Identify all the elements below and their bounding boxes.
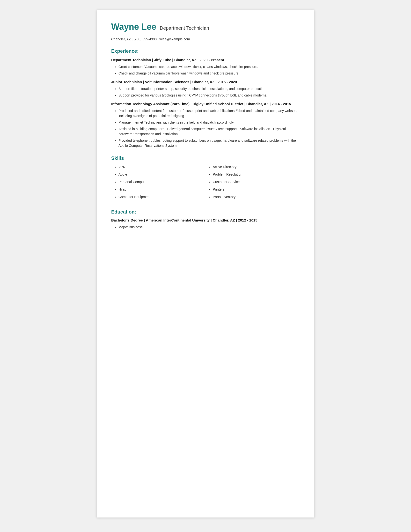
bullet-item: Support provided for various typologies … (119, 93, 300, 98)
skill-item: Personal Computers (119, 180, 206, 184)
skill-item: Printers (213, 187, 300, 192)
bullet-item: Produced and edited content for customer… (119, 108, 300, 118)
skill-item: Active Directory (213, 164, 300, 170)
candidate-job-title: Department Technician (160, 25, 209, 31)
bullet-item: Major: Business (119, 225, 300, 230)
skills-section-title: Skills (111, 155, 300, 161)
education-section-title: Education: (111, 209, 300, 215)
skill-item: Hvac (119, 187, 206, 192)
skill-item: VPN (119, 164, 206, 170)
bullet-item: Manage Internet Technicians with clients… (119, 120, 300, 125)
job-bullets-2: Support file restoration, printer setup,… (111, 86, 300, 98)
header-divider (111, 34, 300, 34)
edu-header-1: Bachelor's Degree | American InterContin… (111, 218, 300, 222)
skill-item: Apple (119, 172, 206, 177)
job-header-3: Information Technology Assistant (Part-T… (111, 102, 300, 106)
bullet-item: Provided telephone troubleshooting suppo… (119, 138, 300, 148)
skill-item: Computer Equipment (119, 194, 206, 200)
experience-section-title: Experience: (111, 48, 300, 54)
candidate-name: Wayne Lee (111, 22, 156, 32)
edu-bullets-1: Major: Business (111, 225, 300, 230)
resume-container: Wayne Lee Department Technician Chandler… (97, 10, 314, 517)
contact-info: Chandler, AZ | (760) 555-4393 | wlee@exa… (111, 37, 300, 41)
job-bullets-1: Greet customers,Vacuums car, replaces wi… (111, 64, 300, 76)
job-header-2: Junior Technician | Volt Information Sci… (111, 80, 300, 84)
skill-item: Parts Inventory (213, 194, 300, 200)
bullet-item: Support file restoration, printer setup,… (119, 86, 300, 91)
job-header-1: Department Technician | Jiffy Lube | Cha… (111, 58, 300, 62)
job-bullets-3: Produced and edited content for customer… (111, 108, 300, 148)
skills-grid: VPN Apple Personal Computers Hvac Comput… (111, 164, 300, 202)
skill-item: Problem Resolution (213, 172, 300, 177)
skills-right-col: Active Directory Problem Resolution Cust… (206, 164, 300, 202)
name-title-row: Wayne Lee Department Technician (111, 22, 300, 32)
skills-section: Skills VPN Apple Personal Computers Hvac… (111, 155, 300, 202)
skill-item: Customer Service (213, 180, 300, 184)
bullet-item: Check and change oil vacumm car floors w… (119, 71, 300, 76)
skills-left-col: VPN Apple Personal Computers Hvac Comput… (111, 164, 206, 202)
education-section: Education: Bachelor's Degree | American … (111, 209, 300, 230)
header-section: Wayne Lee Department Technician Chandler… (111, 22, 300, 41)
bullet-item: Greet customers,Vacuums car, replaces wi… (119, 64, 300, 69)
experience-section: Experience: Department Technician | Jiff… (111, 48, 300, 148)
bullet-item: Assisted in building computers - Solved … (119, 126, 300, 137)
